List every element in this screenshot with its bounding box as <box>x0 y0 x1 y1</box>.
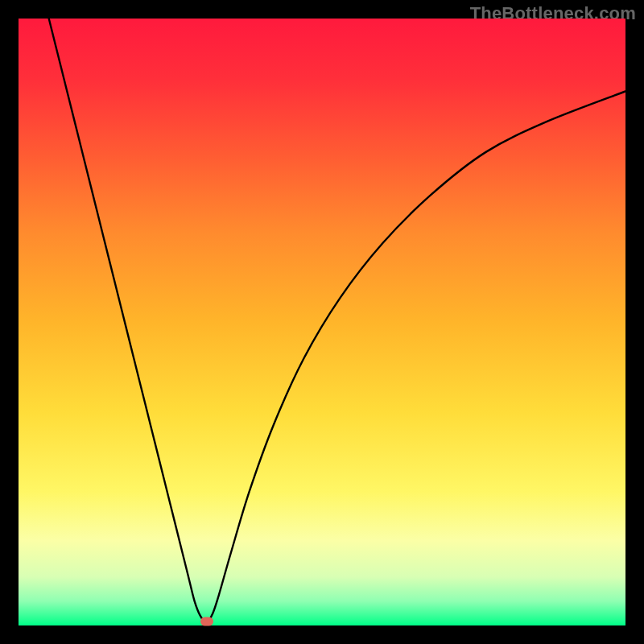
optimal-point-marker <box>200 617 213 625</box>
chart-plot <box>19 19 625 625</box>
chart-frame: TheBottleneck.com <box>0 0 644 644</box>
gradient-background <box>19 19 625 625</box>
